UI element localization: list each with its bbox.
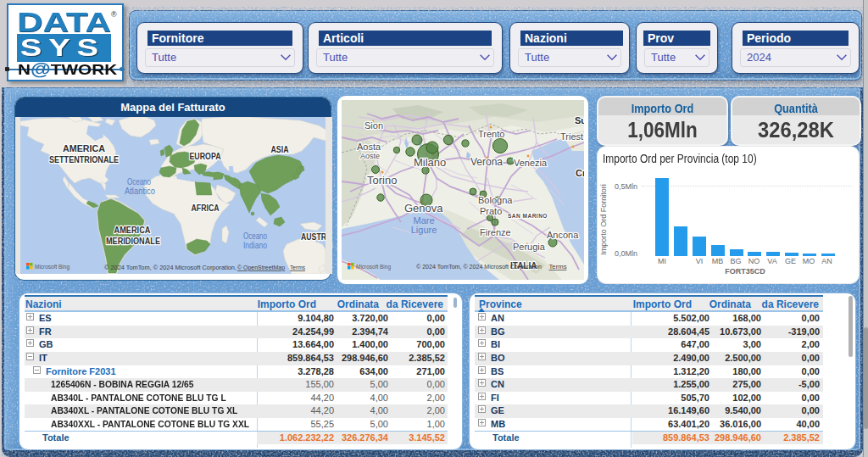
svg-text:AMERICA: AMERICA bbox=[63, 143, 105, 153]
svg-text:Aoste: Aoste bbox=[360, 152, 380, 160]
svg-text:ASIA: ASIA bbox=[271, 144, 289, 154]
svg-text:Torino: Torino bbox=[367, 174, 397, 187]
svg-text:Aosta: Aosta bbox=[357, 142, 381, 152]
svg-text:Milano: Milano bbox=[414, 156, 446, 169]
svg-text:AFRICA: AFRICA bbox=[192, 203, 220, 213]
svg-text:SETTENTRIONALE: SETTENTRIONALE bbox=[49, 154, 119, 164]
svg-text:Venezia: Venezia bbox=[514, 158, 548, 168]
svg-text:MERIDIONALE: MERIDIONALE bbox=[106, 236, 160, 246]
svg-text:Terms: Terms bbox=[290, 264, 305, 271]
svg-text:Triest: Triest bbox=[560, 131, 583, 142]
svg-text:Prato: Prato bbox=[480, 206, 502, 216]
svg-text:Cr: Cr bbox=[576, 168, 584, 178]
svg-text:Su: Su bbox=[575, 115, 584, 125]
svg-text:Trento: Trento bbox=[478, 129, 504, 139]
svg-text:AUSTR: AUSTR bbox=[301, 231, 326, 242]
svg-text:Atlantico: Atlantico bbox=[125, 186, 155, 196]
svg-text:Terms: Terms bbox=[549, 263, 567, 270]
svg-text:© 2024 TomTom, © 2024 Microsof: © 2024 TomTom, © 2024 Microsoft Corporat… bbox=[104, 264, 236, 271]
svg-text:Firenze: Firenze bbox=[480, 227, 511, 237]
svg-text:© OpenStreetMap: © OpenStreetMap bbox=[237, 264, 285, 271]
svg-text:Microsoft Bing: Microsoft Bing bbox=[356, 263, 391, 270]
svg-text:Verona: Verona bbox=[470, 156, 503, 168]
svg-text:Microsoft Bing: Microsoft Bing bbox=[35, 263, 70, 270]
svg-text:© 2024 TomTom, © 2024 Microsof: © 2024 TomTom, © 2024 Microsoft Corporat… bbox=[416, 263, 542, 270]
svg-text:AMERICA: AMERICA bbox=[114, 225, 151, 235]
svg-text:SAN MARINO: SAN MARINO bbox=[508, 213, 548, 219]
svg-text:Indiano: Indiano bbox=[243, 240, 267, 250]
svg-text:Perugia: Perugia bbox=[513, 242, 546, 252]
svg-text:Genova: Genova bbox=[404, 202, 443, 215]
svg-text:Ancona: Ancona bbox=[547, 230, 579, 240]
svg-text:EUROPA: EUROPA bbox=[190, 151, 221, 161]
svg-text:Bologna: Bologna bbox=[478, 195, 513, 205]
svg-text:Sion: Sion bbox=[364, 120, 383, 131]
svg-text:Ligure: Ligure bbox=[411, 225, 437, 235]
